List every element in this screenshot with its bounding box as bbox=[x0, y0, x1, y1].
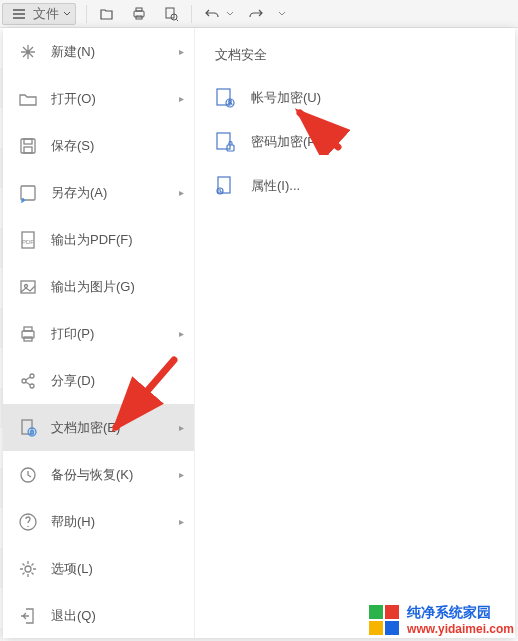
svg-rect-12 bbox=[21, 281, 35, 293]
svg-rect-1 bbox=[136, 8, 142, 11]
svg-rect-34 bbox=[369, 605, 383, 619]
submenu-panel: 文档安全 帐号加密(U) 密码加密(P) 属性(I)... bbox=[195, 28, 515, 638]
print-button[interactable] bbox=[123, 2, 155, 26]
exit-icon bbox=[17, 605, 39, 627]
svg-rect-36 bbox=[369, 621, 383, 635]
svg-point-26 bbox=[25, 566, 31, 572]
svg-point-25 bbox=[27, 525, 28, 526]
svg-text:PDF: PDF bbox=[22, 239, 34, 245]
menu-label: 备份与恢复(K) bbox=[51, 466, 167, 484]
svg-rect-30 bbox=[217, 133, 230, 149]
menu-item-exit[interactable]: 退出(Q) bbox=[3, 592, 194, 639]
svg-rect-3 bbox=[166, 8, 174, 18]
submenu-arrow-icon: ▸ bbox=[179, 187, 184, 198]
print-icon bbox=[17, 323, 39, 345]
pdf-icon: PDF bbox=[17, 229, 39, 251]
menu-label: 输出为PDF(F) bbox=[51, 231, 184, 249]
svg-rect-27 bbox=[217, 89, 230, 105]
submenu-arrow-icon: ▸ bbox=[179, 328, 184, 339]
properties-icon bbox=[213, 174, 237, 198]
redo-button[interactable] bbox=[240, 2, 272, 26]
submenu-label: 帐号加密(U) bbox=[251, 89, 321, 107]
save-as-icon bbox=[17, 182, 39, 204]
toolbar: 文件 bbox=[0, 0, 518, 28]
undo-button[interactable] bbox=[196, 2, 240, 26]
menu-label: 分享(D) bbox=[51, 372, 184, 390]
encrypt-icon bbox=[17, 417, 39, 439]
submenu-arrow-icon: ▸ bbox=[179, 93, 184, 104]
menu-label: 保存(S) bbox=[51, 137, 184, 155]
page-magnify-icon bbox=[161, 4, 181, 24]
share-icon bbox=[17, 370, 39, 392]
menu-item-export-image[interactable]: 输出为图片(G) bbox=[3, 263, 194, 310]
svg-rect-16 bbox=[24, 337, 32, 341]
svg-rect-9 bbox=[21, 186, 35, 200]
submenu-item-password-encrypt[interactable]: 密码加密(P) bbox=[195, 120, 515, 164]
menu-icon bbox=[9, 4, 29, 24]
menu-label: 退出(Q) bbox=[51, 607, 184, 625]
redo-icon bbox=[246, 4, 266, 24]
caret-down-icon bbox=[63, 10, 71, 18]
separator bbox=[191, 5, 192, 23]
caret-down-icon bbox=[226, 10, 234, 18]
file-menu-list: 新建(N) ▸ 打开(O) ▸ 保存(S) 另存为(A) ▸ PDF bbox=[3, 28, 195, 638]
menu-label: 打印(P) bbox=[51, 325, 167, 343]
menu-item-open[interactable]: 打开(O) ▸ bbox=[3, 75, 194, 122]
menu-item-save-as[interactable]: 另存为(A) ▸ bbox=[3, 169, 194, 216]
image-icon bbox=[17, 276, 39, 298]
menu-item-help[interactable]: 帮助(H) ▸ bbox=[3, 498, 194, 545]
watermark: 纯净系统家园 www.yidaimei.com bbox=[367, 603, 514, 637]
file-menu-panel: 新建(N) ▸ 打开(O) ▸ 保存(S) 另存为(A) ▸ PDF bbox=[3, 28, 515, 638]
gear-icon bbox=[17, 558, 39, 580]
account-encrypt-icon bbox=[213, 86, 237, 110]
file-menu-label: 文件 bbox=[33, 5, 59, 23]
undo-icon bbox=[202, 4, 222, 24]
separator bbox=[86, 5, 87, 23]
menu-label: 新建(N) bbox=[51, 43, 167, 61]
backup-icon bbox=[17, 464, 39, 486]
submenu-item-properties[interactable]: 属性(I)... bbox=[195, 164, 515, 208]
menu-label: 选项(L) bbox=[51, 560, 184, 578]
menu-item-save[interactable]: 保存(S) bbox=[3, 122, 194, 169]
menu-label: 输出为图片(G) bbox=[51, 278, 184, 296]
menu-label: 文档加密(E) bbox=[51, 419, 167, 437]
svg-rect-15 bbox=[24, 327, 32, 331]
watermark-logo-icon bbox=[367, 603, 401, 637]
preview-button[interactable] bbox=[155, 2, 187, 26]
svg-rect-37 bbox=[385, 621, 399, 635]
submenu-arrow-icon: ▸ bbox=[179, 422, 184, 433]
password-encrypt-icon bbox=[213, 130, 237, 154]
file-menu-button[interactable]: 文件 bbox=[2, 3, 76, 25]
submenu-item-account-encrypt[interactable]: 帐号加密(U) bbox=[195, 76, 515, 120]
watermark-url: www.yidaimei.com bbox=[407, 622, 514, 636]
help-icon bbox=[17, 511, 39, 533]
svg-rect-8 bbox=[24, 147, 32, 153]
submenu-header: 文档安全 bbox=[195, 36, 515, 76]
folder-icon bbox=[17, 88, 39, 110]
menu-item-new[interactable]: 新建(N) ▸ bbox=[3, 28, 194, 75]
svg-rect-7 bbox=[24, 139, 32, 144]
svg-rect-6 bbox=[21, 139, 35, 153]
menu-item-export-pdf[interactable]: PDF 输出为PDF(F) bbox=[3, 216, 194, 263]
more-button[interactable] bbox=[272, 2, 292, 26]
menu-item-backup[interactable]: 备份与恢复(K) ▸ bbox=[3, 451, 194, 498]
menu-label: 打开(O) bbox=[51, 90, 167, 108]
menu-item-print[interactable]: 打印(P) ▸ bbox=[3, 310, 194, 357]
menu-label: 帮助(H) bbox=[51, 513, 167, 531]
menu-item-options[interactable]: 选项(L) bbox=[3, 545, 194, 592]
svg-point-5 bbox=[26, 50, 30, 54]
caret-down-icon bbox=[278, 10, 286, 18]
submenu-arrow-icon: ▸ bbox=[179, 516, 184, 527]
submenu-arrow-icon: ▸ bbox=[179, 46, 184, 57]
menu-label: 另存为(A) bbox=[51, 184, 167, 202]
print-icon bbox=[129, 4, 149, 24]
open-button[interactable] bbox=[91, 2, 123, 26]
svg-point-13 bbox=[25, 284, 28, 287]
save-icon bbox=[17, 135, 39, 157]
menu-item-share[interactable]: 分享(D) bbox=[3, 357, 194, 404]
new-icon bbox=[17, 41, 39, 63]
folder-open-icon bbox=[97, 4, 117, 24]
menu-item-encrypt[interactable]: 文档加密(E) ▸ bbox=[3, 404, 194, 451]
svg-rect-35 bbox=[385, 605, 399, 619]
submenu-label: 密码加密(P) bbox=[251, 133, 320, 151]
